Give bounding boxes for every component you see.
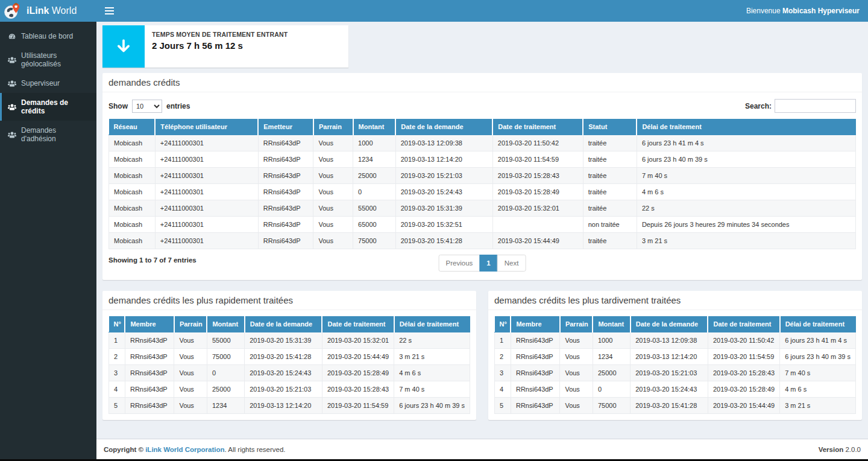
table-cell: 2019-03-20 11:54:59	[492, 151, 583, 168]
table-row: 3RRnsi643dPVous02019-03-20 15:24:432019-…	[109, 365, 470, 381]
table-cell: 2019-03-20 15:41:28	[631, 398, 708, 414]
sidebar-item-label: Superviseur	[21, 79, 60, 87]
table-cell	[492, 217, 583, 233]
company-link[interactable]: iLink World Corporation	[145, 446, 224, 453]
table-row: 4RRnsi643dPVous02019-03-20 15:24:432019-…	[495, 381, 856, 398]
page-length-control: Show 10 entries	[108, 100, 190, 113]
table-summary: Showing 1 to 7 of 7 entries	[108, 256, 197, 264]
table-cell: Mobicash	[109, 184, 156, 200]
table-cell: 22 s	[394, 332, 470, 349]
table-cell: Mobicash	[109, 135, 156, 151]
sidebar-item-demandes-de-credits[interactable]: Demandes de crédits	[0, 93, 96, 121]
fastest-processed-table: N°MembreParrainMontantDate de la demande…	[108, 316, 470, 414]
column-header[interactable]: Statut	[583, 119, 637, 135]
table-cell: 1	[495, 332, 511, 349]
table-cell: RRnsi643dP	[258, 217, 313, 233]
entries-label: entries	[166, 102, 190, 110]
table-cell: traitée	[583, 151, 637, 168]
column-header[interactable]: Réseau	[109, 119, 156, 135]
table-cell: 5	[495, 398, 511, 414]
latest-processed-table: N°MembreParrainMontantDate de la demande…	[494, 316, 856, 414]
table-cell: 55000	[207, 332, 244, 349]
app-title: iLink World	[27, 5, 77, 16]
table-cell: 3	[109, 365, 125, 381]
column-header[interactable]: Date de la demande	[395, 119, 492, 135]
column-header: Date de la demande	[631, 316, 708, 332]
page-1-button[interactable]: 1	[479, 255, 497, 272]
column-header[interactable]: Date de traitement	[492, 119, 583, 135]
table-cell: 2019-03-20 11:50:42	[708, 332, 779, 349]
top-navbar: Bienvenue Mobicash Hyperviseur	[96, 0, 868, 22]
table-row: 5RRnsi643dPVous750002019-03-20 15:41:282…	[495, 398, 856, 414]
sidebar-item-label: Tableau de bord	[21, 32, 73, 40]
table-cell: 2019-03-20 15:41:28	[395, 233, 492, 249]
table-cell: RRnsi643dP	[125, 332, 174, 349]
down-arrow-icon	[102, 25, 145, 68]
table-cell: +24111000301	[155, 168, 258, 184]
table-cell: 2019-03-13 12:09:38	[631, 332, 708, 349]
users-icon	[8, 103, 16, 111]
table-cell: 7 m 40 s	[637, 168, 855, 184]
column-header[interactable]: Emetteur	[258, 119, 313, 135]
table-cell: 2019-03-20 15:28:43	[492, 168, 583, 184]
table-row: Mobicash+24111000301RRnsi643dPVous550002…	[109, 200, 856, 217]
table-cell: 4 m 6 s	[637, 184, 855, 200]
column-header: Date de traitement	[322, 316, 394, 332]
table-cell: Vous	[174, 365, 207, 381]
column-header[interactable]: Montant	[353, 119, 396, 135]
next-page-button[interactable]: Next	[497, 255, 526, 272]
table-cell: 1234	[207, 398, 244, 414]
column-header: Délai de traitement	[780, 316, 856, 332]
table-row: Mobicash+24111000301RRnsi643dPVous02019-…	[109, 184, 856, 200]
previous-page-button[interactable]: Previous	[439, 255, 480, 272]
table-row: 2RRnsi643dPVous12342019-03-13 12:14:2020…	[495, 349, 856, 365]
search-input[interactable]	[775, 99, 856, 113]
table-cell: 0	[593, 381, 630, 398]
sidebar-item-tableau-de-bord[interactable]: Tableau de bord	[0, 27, 96, 46]
panel-title: demandes crédits les plus rapidement tra…	[102, 291, 476, 310]
table-cell: 2019-03-20 15:21:03	[395, 168, 492, 184]
table-row: 1RRnsi643dPVous550002019-03-20 15:31:392…	[109, 332, 470, 349]
table-cell: 2019-03-20 11:54:59	[708, 349, 779, 365]
sidebar-item-demandes-adhesion[interactable]: Demandes d'adhésion	[0, 121, 96, 148]
table-cell: Vous	[560, 398, 593, 414]
table-cell: 2019-03-20 15:28:43	[708, 365, 779, 381]
column-header[interactable]: Délai de traitement	[637, 119, 855, 135]
column-header[interactable]: Parrain	[313, 119, 353, 135]
infobox-label: TEMPS MOYEN DE TRAITEMENT ENTRANT	[152, 31, 288, 38]
table-row: 5RRnsi643dPVous12342019-03-13 12:14:2020…	[109, 398, 470, 414]
table-cell: 0	[353, 184, 396, 200]
search-control: Search:	[745, 99, 856, 113]
table-cell: 6 jours 23 h 40 m 39 s	[394, 398, 470, 414]
table-cell: Vous	[174, 332, 207, 349]
table-cell: Vous	[313, 135, 353, 151]
table-cell: RRnsi643dP	[125, 398, 174, 414]
table-cell: Vous	[313, 217, 353, 233]
table-cell: +24111000301	[155, 135, 258, 151]
sidebar: iLink World Tableau de bord Utilisateurs…	[0, 0, 96, 461]
table-cell: 2019-03-20 15:24:43	[631, 381, 708, 398]
column-header[interactable]: Téléphone utilisateur	[155, 119, 258, 135]
table-cell: +24111000301	[155, 233, 258, 249]
sidebar-item-superviseur[interactable]: Superviseur	[0, 74, 96, 93]
column-header: Montant	[207, 316, 244, 332]
table-cell: 3 m 21 s	[394, 349, 470, 365]
hamburger-menu-icon[interactable]	[105, 0, 125, 22]
table-cell: 2019-03-20 15:28:49	[492, 184, 583, 200]
table-cell: RRnsi643dP	[258, 233, 313, 249]
table-cell: 3 m 21 s	[637, 233, 855, 249]
table-cell: 2019-03-20 15:31:39	[245, 332, 322, 349]
table-row: 4RRnsi643dPVous250002019-03-20 15:21:032…	[109, 381, 470, 398]
table-row: Mobicash+24111000301RRnsi643dPVous123420…	[109, 151, 856, 168]
table-header-row: N°MembreParrainMontantDate de la demande…	[495, 316, 856, 332]
credits-table: RéseauTéléphone utilisateurEmetteurParra…	[108, 119, 856, 249]
globe-pin-logo-icon	[4, 2, 21, 20]
table-cell: +24111000301	[155, 217, 258, 233]
fastest-processed-panel: demandes crédits les plus rapidement tra…	[102, 291, 476, 420]
table-cell: RRnsi643dP	[258, 200, 313, 217]
table-cell: 4 m 6 s	[780, 381, 856, 398]
sidebar-item-utilisateurs-geolocalises[interactable]: Utilisateurs géolocalisés	[0, 46, 96, 74]
table-cell: Vous	[313, 184, 353, 200]
table-cell: Vous	[560, 381, 593, 398]
page-length-select[interactable]: 10	[132, 100, 162, 113]
